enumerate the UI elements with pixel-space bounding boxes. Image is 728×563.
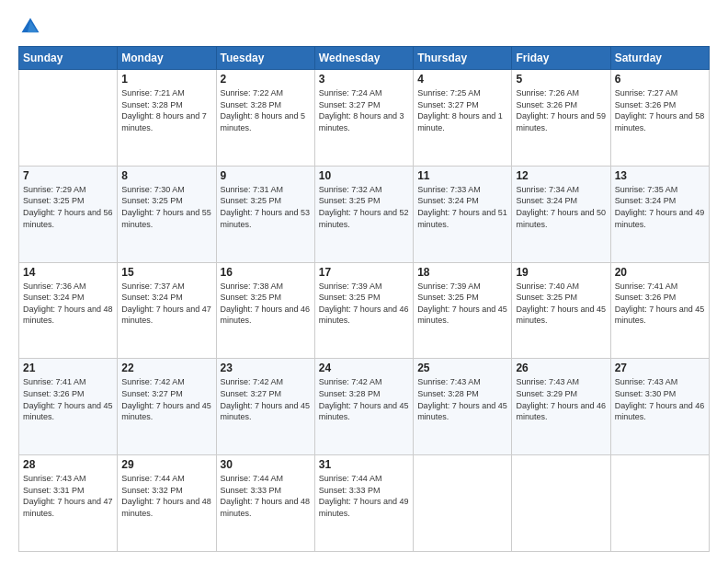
calendar-cell: 8Sunrise: 7:30 AMSunset: 3:25 PMDaylight… — [118, 166, 216, 262]
calendar-week-row: 1Sunrise: 7:21 AMSunset: 3:28 PMDaylight… — [19, 70, 710, 167]
calendar-header-monday: Monday — [118, 47, 216, 70]
day-info: Sunrise: 7:43 AMSunset: 3:30 PMDaylight:… — [615, 376, 705, 422]
calendar-cell: 9Sunrise: 7:31 AMSunset: 3:25 PMDaylight… — [216, 166, 314, 262]
logo-icon — [20, 17, 40, 37]
calendar-table: SundayMondayTuesdayWednesdayThursdayFrid… — [18, 46, 710, 552]
calendar-cell: 16Sunrise: 7:38 AMSunset: 3:25 PMDayligh… — [216, 262, 314, 359]
day-number: 5 — [516, 73, 606, 86]
calendar-week-row: 28Sunrise: 7:43 AMSunset: 3:31 PMDayligh… — [19, 455, 710, 552]
day-number: 23 — [221, 362, 311, 374]
day-info: Sunrise: 7:43 AMSunset: 3:31 PMDaylight:… — [23, 473, 113, 519]
day-info: Sunrise: 7:41 AMSunset: 3:26 PMDaylight:… — [615, 281, 705, 327]
calendar-week-row: 7Sunrise: 7:29 AMSunset: 3:25 PMDaylight… — [19, 166, 710, 262]
day-info: Sunrise: 7:21 AMSunset: 3:28 PMDaylight:… — [121, 87, 211, 133]
day-info: Sunrise: 7:34 AMSunset: 3:24 PMDaylight:… — [516, 184, 606, 230]
calendar-cell: 26Sunrise: 7:43 AMSunset: 3:29 PMDayligh… — [512, 359, 610, 455]
day-number: 11 — [417, 169, 507, 182]
day-number: 26 — [516, 362, 606, 374]
day-number: 28 — [23, 458, 113, 471]
calendar-cell: 12Sunrise: 7:34 AMSunset: 3:24 PMDayligh… — [512, 166, 610, 262]
day-info: Sunrise: 7:44 AMSunset: 3:32 PMDaylight:… — [121, 473, 211, 519]
day-info: Sunrise: 7:37 AMSunset: 3:24 PMDaylight:… — [121, 281, 211, 327]
day-number: 17 — [319, 266, 409, 279]
day-info: Sunrise: 7:27 AMSunset: 3:26 PMDaylight:… — [615, 87, 705, 133]
day-info: Sunrise: 7:22 AMSunset: 3:28 PMDaylight:… — [221, 87, 311, 133]
day-info: Sunrise: 7:35 AMSunset: 3:24 PMDaylight:… — [615, 184, 705, 230]
day-info: Sunrise: 7:26 AMSunset: 3:26 PMDaylight:… — [516, 87, 606, 133]
calendar-cell: 20Sunrise: 7:41 AMSunset: 3:26 PMDayligh… — [610, 262, 709, 359]
day-number: 10 — [319, 169, 409, 182]
calendar-cell — [610, 455, 709, 552]
day-info: Sunrise: 7:33 AMSunset: 3:24 PMDaylight:… — [417, 184, 507, 230]
calendar-cell: 2Sunrise: 7:22 AMSunset: 3:28 PMDaylight… — [216, 70, 314, 167]
calendar-cell: 30Sunrise: 7:44 AMSunset: 3:33 PMDayligh… — [216, 455, 314, 552]
day-info: Sunrise: 7:38 AMSunset: 3:25 PMDaylight:… — [221, 281, 311, 327]
day-number: 31 — [319, 458, 409, 471]
day-number: 9 — [221, 169, 311, 182]
calendar-header-tuesday: Tuesday — [216, 47, 314, 70]
calendar-cell: 6Sunrise: 7:27 AMSunset: 3:26 PMDaylight… — [610, 70, 709, 167]
calendar-cell: 28Sunrise: 7:43 AMSunset: 3:31 PMDayligh… — [19, 455, 118, 552]
day-number: 24 — [319, 362, 409, 374]
calendar-header-row: SundayMondayTuesdayWednesdayThursdayFrid… — [19, 47, 710, 70]
calendar-cell: 15Sunrise: 7:37 AMSunset: 3:24 PMDayligh… — [118, 262, 216, 359]
day-info: Sunrise: 7:44 AMSunset: 3:33 PMDaylight:… — [319, 473, 409, 519]
header — [18, 17, 710, 37]
calendar-header-sunday: Sunday — [19, 47, 118, 70]
calendar-cell: 4Sunrise: 7:25 AMSunset: 3:27 PMDaylight… — [414, 70, 512, 167]
day-info: Sunrise: 7:42 AMSunset: 3:27 PMDaylight:… — [221, 376, 311, 422]
calendar-cell: 22Sunrise: 7:42 AMSunset: 3:27 PMDayligh… — [118, 359, 216, 455]
calendar-week-row: 14Sunrise: 7:36 AMSunset: 3:24 PMDayligh… — [19, 262, 710, 359]
day-info: Sunrise: 7:36 AMSunset: 3:24 PMDaylight:… — [23, 281, 113, 327]
day-number: 29 — [121, 458, 211, 471]
calendar-cell: 5Sunrise: 7:26 AMSunset: 3:26 PMDaylight… — [512, 70, 610, 167]
page: SundayMondayTuesdayWednesdayThursdayFrid… — [0, 0, 728, 563]
calendar-header-thursday: Thursday — [414, 47, 512, 70]
day-info: Sunrise: 7:40 AMSunset: 3:25 PMDaylight:… — [516, 281, 606, 327]
day-info: Sunrise: 7:39 AMSunset: 3:25 PMDaylight:… — [417, 281, 507, 327]
calendar-cell: 19Sunrise: 7:40 AMSunset: 3:25 PMDayligh… — [512, 262, 610, 359]
day-info: Sunrise: 7:32 AMSunset: 3:25 PMDaylight:… — [319, 184, 409, 230]
calendar-cell: 13Sunrise: 7:35 AMSunset: 3:24 PMDayligh… — [610, 166, 709, 262]
day-info: Sunrise: 7:42 AMSunset: 3:27 PMDaylight:… — [121, 376, 211, 422]
day-info: Sunrise: 7:43 AMSunset: 3:29 PMDaylight:… — [516, 376, 606, 422]
day-info: Sunrise: 7:44 AMSunset: 3:33 PMDaylight:… — [221, 473, 311, 519]
calendar-cell: 11Sunrise: 7:33 AMSunset: 3:24 PMDayligh… — [414, 166, 512, 262]
day-info: Sunrise: 7:43 AMSunset: 3:28 PMDaylight:… — [417, 376, 507, 422]
day-number: 16 — [221, 266, 311, 279]
day-info: Sunrise: 7:25 AMSunset: 3:27 PMDaylight:… — [417, 87, 507, 133]
day-number: 2 — [221, 73, 311, 86]
logo — [18, 17, 44, 37]
calendar-cell: 3Sunrise: 7:24 AMSunset: 3:27 PMDaylight… — [314, 70, 413, 167]
calendar-cell: 18Sunrise: 7:39 AMSunset: 3:25 PMDayligh… — [414, 262, 512, 359]
calendar-cell: 24Sunrise: 7:42 AMSunset: 3:28 PMDayligh… — [314, 359, 413, 455]
day-number: 1 — [121, 73, 211, 86]
day-number: 27 — [615, 362, 705, 374]
calendar-header-wednesday: Wednesday — [314, 47, 413, 70]
day-info: Sunrise: 7:39 AMSunset: 3:25 PMDaylight:… — [319, 281, 409, 327]
day-number: 21 — [23, 362, 113, 374]
day-info: Sunrise: 7:41 AMSunset: 3:26 PMDaylight:… — [23, 376, 113, 422]
calendar-header-friday: Friday — [512, 47, 610, 70]
day-number: 25 — [417, 362, 507, 374]
calendar-cell: 31Sunrise: 7:44 AMSunset: 3:33 PMDayligh… — [314, 455, 413, 552]
calendar-week-row: 21Sunrise: 7:41 AMSunset: 3:26 PMDayligh… — [19, 359, 710, 455]
day-number: 22 — [121, 362, 211, 374]
day-number: 7 — [23, 169, 113, 182]
day-number: 14 — [23, 266, 113, 279]
calendar-cell: 14Sunrise: 7:36 AMSunset: 3:24 PMDayligh… — [19, 262, 118, 359]
day-number: 19 — [516, 266, 606, 279]
day-number: 13 — [615, 169, 705, 182]
day-number: 20 — [615, 266, 705, 279]
day-info: Sunrise: 7:42 AMSunset: 3:28 PMDaylight:… — [319, 376, 409, 422]
day-number: 18 — [417, 266, 507, 279]
calendar-cell: 10Sunrise: 7:32 AMSunset: 3:25 PMDayligh… — [314, 166, 413, 262]
calendar-header-saturday: Saturday — [610, 47, 709, 70]
calendar-cell: 7Sunrise: 7:29 AMSunset: 3:25 PMDaylight… — [19, 166, 118, 262]
calendar-cell: 17Sunrise: 7:39 AMSunset: 3:25 PMDayligh… — [314, 262, 413, 359]
day-number: 30 — [221, 458, 311, 471]
day-info: Sunrise: 7:30 AMSunset: 3:25 PMDaylight:… — [121, 184, 211, 230]
day-number: 12 — [516, 169, 606, 182]
day-number: 6 — [615, 73, 705, 86]
calendar-cell: 25Sunrise: 7:43 AMSunset: 3:28 PMDayligh… — [414, 359, 512, 455]
